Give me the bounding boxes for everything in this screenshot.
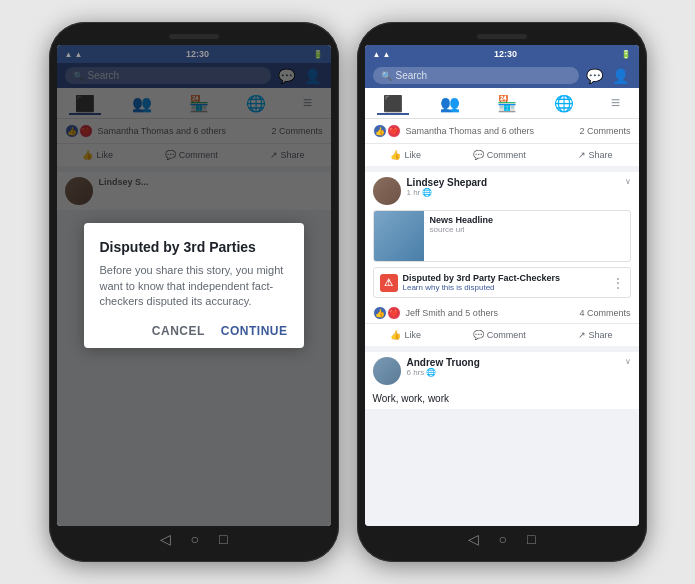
post-actions-1-right: 👍 Like 💬 Comment ↗ Share <box>365 143 639 166</box>
back-btn-left[interactable]: ◁ <box>160 531 171 547</box>
dots-menu-right[interactable]: ⋮ <box>612 276 624 290</box>
like-reaction-right: 👍 <box>373 124 387 138</box>
left-phone: ▲ ▲ 12:30 🔋 🔍 Search 💬 👤 ⬛ <box>49 22 339 562</box>
wifi-icon-right: ▲ <box>373 50 381 59</box>
chevron-down-3-right[interactable]: ∨ <box>625 357 631 366</box>
signal-icon-right: ▲ <box>382 50 390 59</box>
status-bar-right: ▲ ▲ 12:30 🔋 <box>365 45 639 63</box>
like-btn-1-right[interactable]: 👍 Like <box>382 147 429 163</box>
chevron-down-2-right[interactable]: ∨ <box>625 177 631 186</box>
love-reaction-2-right: ❤️ <box>387 306 401 320</box>
comment-btn-1-right[interactable]: 💬 Comment <box>465 147 534 163</box>
comment-btn-2-right[interactable]: 💬 Comment <box>465 327 534 343</box>
time-right: 12:30 <box>494 49 517 59</box>
phone-speaker-left <box>169 34 219 39</box>
like-btn-2-right[interactable]: 👍 Like <box>382 327 429 343</box>
nav-globe-right[interactable]: 🌐 <box>548 94 580 115</box>
search-icon-right: 🔍 <box>381 71 392 81</box>
disputed-title-right: Disputed by 3rd Party Fact-Checkers <box>403 273 607 283</box>
author-name-3-right: Andrew Truong <box>407 357 619 368</box>
recent-btn-left[interactable]: □ <box>219 531 227 547</box>
phone-speaker-right <box>477 34 527 39</box>
article-headline-right: News Headline <box>430 215 624 225</box>
fb-header-right: 🔍 Search 💬 👤 <box>365 63 639 88</box>
post-header-1-right: 👍 ❤️ Samantha Thomas and 6 others 2 Comm… <box>365 119 639 143</box>
nav-home-right[interactable]: ⬛ <box>377 94 409 115</box>
article-preview-right[interactable]: News Headline source url <box>373 210 631 262</box>
nav-marketplace-right[interactable]: 🏪 <box>491 94 523 115</box>
home-btn-right[interactable]: ○ <box>499 531 507 547</box>
modal-actions-left: CANCEL CONTINUE <box>100 324 288 338</box>
post-text-3-right: Work, work, work <box>365 390 639 409</box>
post-card-1-right: 👍 ❤️ Samantha Thomas and 6 others 2 Comm… <box>365 119 639 166</box>
share-btn-2-right[interactable]: ↗ Share <box>570 327 621 343</box>
public-icon-right: 🌐 <box>422 188 432 197</box>
nav-friends-right[interactable]: 👥 <box>434 94 466 115</box>
back-btn-right[interactable]: ◁ <box>468 531 479 547</box>
avatar-img-3-right <box>373 357 401 385</box>
status-right-icons-right: 🔋 <box>621 50 631 59</box>
article-source-right: source url <box>430 225 624 234</box>
battery-icon-right: 🔋 <box>621 50 631 59</box>
search-text-right: Search <box>396 70 428 81</box>
author-name-2-right: Lindsey Shepard <box>407 177 619 188</box>
recent-btn-right[interactable]: □ <box>527 531 535 547</box>
post-card-3-right: Andrew Truong 6 hrs 🌐 ∨ Work, work, work <box>365 352 639 409</box>
modal-title-left: Disputed by 3rd Parties <box>100 239 288 255</box>
search-bar-right[interactable]: 🔍 Search <box>373 67 579 84</box>
disputed-text-right: Disputed by 3rd Party Fact-Checkers Lear… <box>403 273 607 292</box>
status-left-icons-right: ▲ ▲ <box>373 50 391 59</box>
share-btn-1-right[interactable]: ↗ Share <box>570 147 621 163</box>
nav-menu-right[interactable]: ≡ <box>605 94 626 115</box>
phones-container: ▲ ▲ 12:30 🔋 🔍 Search 💬 👤 ⬛ <box>29 2 667 582</box>
left-screen: ▲ ▲ 12:30 🔋 🔍 Search 💬 👤 ⬛ <box>57 45 331 526</box>
messenger-icon-right[interactable]: 💬 <box>585 68 605 84</box>
avatar-img-2-right <box>373 177 401 205</box>
like-reaction-2-right: 👍 <box>373 306 387 320</box>
post-meta-2-right: Jeff Smith and 5 others <box>406 308 575 318</box>
author-time-2-right: 1 hr 🌐 <box>407 188 619 197</box>
home-btn-left[interactable]: ○ <box>191 531 199 547</box>
article-thumb-right <box>374 211 424 261</box>
author-info-2-right: Lindsey Shepard 1 hr 🌐 <box>407 177 619 197</box>
post-comments-2-right: 4 Comments <box>579 308 630 318</box>
modal-body-left: Before you share this story, you might w… <box>100 263 288 309</box>
avatar-3-right <box>373 357 401 385</box>
modal-continue-btn[interactable]: CONTINUE <box>221 324 288 338</box>
modal-overlay-left: Disputed by 3rd Parties Before you share… <box>57 45 331 526</box>
post-actions-2-right: 👍 Like 💬 Comment ↗ Share <box>365 323 639 346</box>
warning-icon-right: ⚠ <box>380 274 398 292</box>
home-bar-left: ◁ ○ □ <box>160 526 228 550</box>
author-time-3-right: 6 hrs 🌐 <box>407 368 619 377</box>
post-author-3-right: Andrew Truong 6 hrs 🌐 ∨ <box>365 352 639 390</box>
disputed-banner-right: ⚠ Disputed by 3rd Party Fact-Checkers Le… <box>373 267 631 298</box>
post-card-2-right: Lindsey Shepard 1 hr 🌐 ∨ News Headline <box>365 172 639 346</box>
right-screen: ▲ ▲ 12:30 🔋 🔍 Search 💬 👤 ⬛ <box>365 45 639 526</box>
article-info-right: News Headline source url <box>424 211 630 261</box>
modal-cancel-btn[interactable]: CANCEL <box>152 324 205 338</box>
reaction-icons-1-right: 👍 ❤️ <box>373 124 401 138</box>
post-meta-1-right: Samantha Thomas and 6 others <box>406 126 575 136</box>
friends-icon-right[interactable]: 👤 <box>611 68 631 84</box>
right-phone: ▲ ▲ 12:30 🔋 🔍 Search 💬 👤 ⬛ <box>357 22 647 562</box>
fb-nav-right: ⬛ 👥 🏪 🌐 ≡ <box>365 88 639 119</box>
post-author-2-right: Lindsey Shepard 1 hr 🌐 ∨ <box>365 172 639 210</box>
avatar-2-right <box>373 177 401 205</box>
reaction-icons-2-right: 👍 ❤️ <box>373 306 401 320</box>
post-reactions-2-right: 👍 ❤️ Jeff Smith and 5 others 4 Comments <box>365 303 639 323</box>
author-info-3-right: Andrew Truong 6 hrs 🌐 <box>407 357 619 377</box>
disputed-sub-right[interactable]: Learn why this is disputed <box>403 283 607 292</box>
post-comments-1-right: 2 Comments <box>579 126 630 136</box>
public-icon-3-right: 🌐 <box>426 368 436 377</box>
home-bar-right: ◁ ○ □ <box>468 526 536 550</box>
feed-right: 👍 ❤️ Samantha Thomas and 6 others 2 Comm… <box>365 119 639 526</box>
love-reaction-right: ❤️ <box>387 124 401 138</box>
modal-box-left: Disputed by 3rd Parties Before you share… <box>84 223 304 347</box>
